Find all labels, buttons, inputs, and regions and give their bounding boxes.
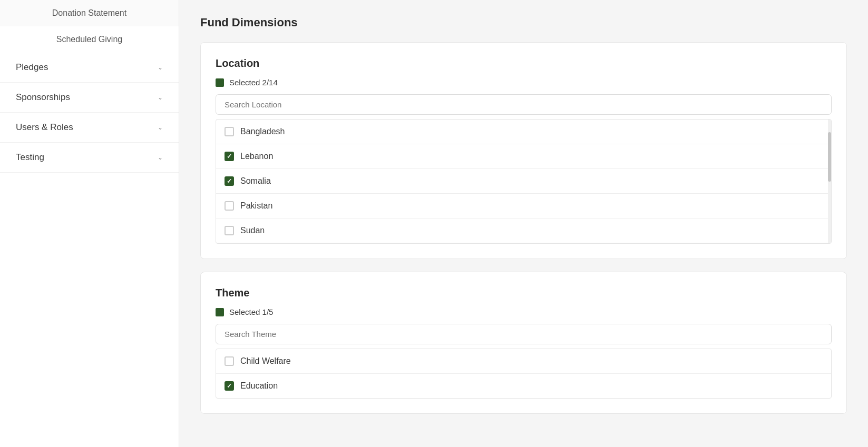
- theme-selected-count: Selected 1/5: [229, 307, 273, 316]
- sidebar-item-users-roles[interactable]: Users & Roles ⌄: [0, 113, 179, 143]
- scrollbar-thumb[interactable]: [828, 132, 831, 182]
- location-item-label: Bangladesh: [240, 127, 285, 136]
- checkbox-somalia[interactable]: [225, 176, 234, 186]
- checkbox-lebanon[interactable]: [225, 152, 234, 161]
- sidebar-item-label: Users & Roles: [16, 122, 73, 133]
- scrollbar-track[interactable]: [828, 120, 831, 243]
- selected-icon: [216, 308, 224, 316]
- location-checkbox-list: Bangladesh Lebanon Somalia Pakistan Suda…: [216, 119, 832, 244]
- location-item-label: Somalia: [240, 176, 271, 186]
- page-title: Fund Dimensions: [200, 16, 847, 29]
- theme-card: Theme Selected 1/5 Child Welfare Educati…: [200, 272, 847, 414]
- sidebar-item-scheduled-giving[interactable]: Scheduled Giving: [0, 26, 179, 53]
- chevron-down-icon: ⌄: [158, 154, 163, 161]
- chevron-down-icon: ⌄: [158, 64, 163, 71]
- sidebar-item-pledges[interactable]: Pledges ⌄: [0, 53, 179, 83]
- location-card: Location Selected 2/14 Bangladesh Lebano…: [200, 42, 847, 259]
- theme-title: Theme: [216, 287, 832, 299]
- checkbox-pakistan[interactable]: [225, 201, 234, 211]
- selected-icon: [216, 78, 224, 87]
- sidebar: Donation Statement Scheduled Giving Pled…: [0, 0, 179, 447]
- list-item[interactable]: Somalia: [216, 169, 831, 194]
- checkbox-bangladesh[interactable]: [225, 127, 234, 136]
- location-item-label: Pakistan: [240, 201, 272, 211]
- sidebar-item-label: Pledges: [16, 62, 48, 73]
- location-selected-indicator: Selected 2/14: [216, 78, 832, 87]
- location-selected-count: Selected 2/14: [229, 78, 278, 87]
- sidebar-item-label: Donation Statement: [52, 8, 126, 17]
- list-item[interactable]: Child Welfare: [216, 349, 831, 374]
- list-item[interactable]: Education: [216, 374, 831, 398]
- sidebar-item-label: Testing: [16, 152, 44, 163]
- list-item[interactable]: Bangladesh: [216, 120, 831, 144]
- theme-item-label: Education: [240, 381, 278, 391]
- location-search-input[interactable]: [216, 94, 832, 115]
- location-title: Location: [216, 57, 832, 69]
- theme-selected-indicator: Selected 1/5: [216, 307, 832, 316]
- sidebar-item-donation-statement[interactable]: Donation Statement: [0, 0, 179, 26]
- location-item-label: Lebanon: [240, 152, 273, 161]
- main-content: Fund Dimensions Location Selected 2/14 B…: [179, 0, 868, 447]
- theme-search-input[interactable]: [216, 324, 832, 344]
- checkbox-education[interactable]: [225, 381, 234, 391]
- chevron-down-icon: ⌄: [158, 94, 163, 101]
- theme-checkbox-list: Child Welfare Education: [216, 349, 832, 399]
- sidebar-item-label: Scheduled Giving: [56, 35, 122, 44]
- sidebar-item-testing[interactable]: Testing ⌄: [0, 143, 179, 173]
- list-item[interactable]: Pakistan: [216, 194, 831, 218]
- checkbox-child-welfare[interactable]: [225, 356, 234, 366]
- sidebar-item-label: Sponsorships: [16, 92, 70, 103]
- list-item[interactable]: Lebanon: [216, 144, 831, 169]
- checkbox-sudan[interactable]: [225, 226, 234, 235]
- location-item-label: Sudan: [240, 226, 265, 235]
- list-item[interactable]: Sudan: [216, 218, 831, 243]
- theme-item-label: Child Welfare: [240, 356, 291, 366]
- chevron-down-icon: ⌄: [158, 124, 163, 131]
- sidebar-item-sponsorships[interactable]: Sponsorships ⌄: [0, 83, 179, 113]
